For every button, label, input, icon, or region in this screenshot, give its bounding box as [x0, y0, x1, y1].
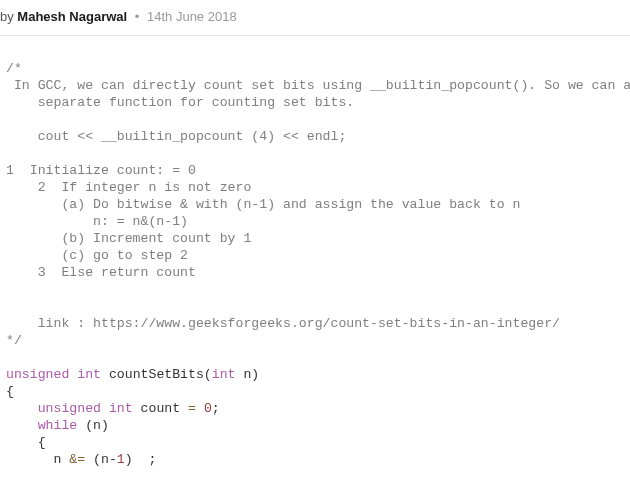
var-decl-mid: count — [133, 401, 188, 416]
comment-body: In GCC, we can directly count set bits u… — [6, 78, 630, 331]
comment-open: /* — [6, 61, 22, 76]
kw-unsigned-2: unsigned — [38, 401, 101, 416]
by-label: by — [0, 9, 14, 24]
paren-close-semi: ) ; — [125, 452, 157, 467]
brace-open: { — [6, 384, 14, 399]
kw-unsigned: unsigned — [6, 367, 69, 382]
var-n: n — [53, 452, 69, 467]
param-close: n) — [236, 367, 260, 382]
comment-close: */ — [6, 333, 22, 348]
inner-brace-open: { — [38, 435, 46, 450]
literal-zero: 0 — [204, 401, 212, 416]
code-block: /* In GCC, we can directly count set bit… — [0, 42, 630, 474]
kw-int-param: int — [212, 367, 236, 382]
while-cond: (n) — [77, 418, 109, 433]
indent-2 — [6, 418, 38, 433]
paren-open: (n- — [85, 452, 117, 467]
indent — [6, 401, 38, 416]
semi-1: ; — [212, 401, 220, 416]
separator-bullet: • — [135, 9, 140, 24]
indent-3 — [6, 435, 38, 450]
op-and-eq: &= — [69, 452, 85, 467]
inner-indent — [6, 452, 53, 467]
meta-line: by Mahesh Nagarwal • 14th June 2018 — [0, 0, 630, 36]
fn-name: countSetBits( — [101, 367, 212, 382]
author-name: Mahesh Nagarwal — [17, 9, 127, 24]
op-eq: = — [188, 401, 196, 416]
post-date: 14th June 2018 — [147, 9, 237, 24]
kw-while: while — [38, 418, 78, 433]
literal-one: 1 — [117, 452, 125, 467]
kw-int: int — [77, 367, 101, 382]
kw-int-2: int — [109, 401, 133, 416]
